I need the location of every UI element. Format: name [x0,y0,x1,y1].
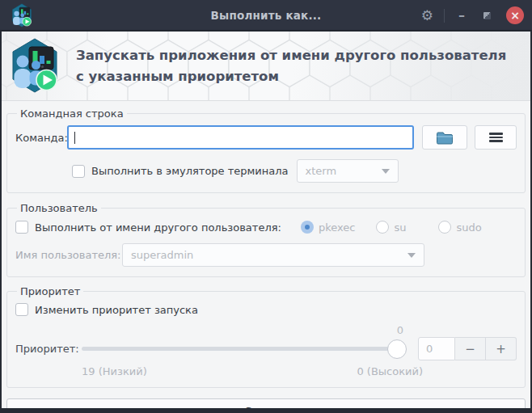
slider-handle[interactable] [387,339,407,359]
app-description-title: Запускать приложения от имени другого по… [76,32,530,100]
terminal-checkbox-label: Выполнить в эмуляторе терминала [91,165,289,177]
user-legend: Пользователь [17,202,101,214]
username-select[interactable]: superadmin [122,243,424,267]
run-button-label: Запустить [246,405,303,408]
minimize-button[interactable]: – [455,9,468,22]
auth-option-pkexec[interactable]: pkexec [301,221,356,234]
auth-option-su-label: su [394,221,406,234]
app-hexagon-icon-large [9,37,61,94]
spinbox-decrement-button[interactable]: − [455,337,486,360]
command-history-button[interactable] [475,125,517,150]
spinbox-value[interactable]: 0 [418,337,455,360]
priority-low-label: 19 (Низкий) [82,365,147,377]
auth-option-su[interactable]: su [376,221,406,234]
priority-slider[interactable]: 0 [82,338,405,360]
auth-option-sudo-label: sudo [456,221,481,234]
auth-option-pkexec-label: pkexec [319,221,356,234]
run-as-window: Выполнить как... ⚙ – × [0,0,532,413]
spinbox-increment-button[interactable]: + [486,337,517,360]
chevron-down-icon [407,253,416,258]
terminal-emulator-select[interactable]: xterm [297,159,399,183]
run-as-other-user-checkbox[interactable] [15,221,28,234]
titlebar[interactable]: Выполнить как... ⚙ – × [0,0,532,31]
radio-selected-icon [301,221,314,234]
priority-high-label: 0 (Высокий) [357,365,423,377]
settings-gear-icon[interactable]: ⚙ [421,9,433,23]
radio-unselected-icon [376,221,389,234]
priority-spinbox: 0 − + [418,337,517,360]
command-label: Команда: [15,132,67,144]
auth-option-sudo[interactable]: sudo [438,221,481,234]
folder-icon [436,130,454,145]
command-input[interactable] [69,127,412,148]
change-priority-label: Изменить приоритет запуска [35,304,198,316]
hamburger-menu-icon [489,133,503,142]
play-icon: ▶ [229,406,236,409]
slider-value-label: 0 [397,324,403,336]
change-priority-checkbox[interactable] [15,303,28,316]
priority-legend: Приоритет [17,285,83,297]
user-group: Пользователь Выполнить от имени другого … [6,202,526,277]
browse-file-button[interactable] [422,125,467,150]
priority-label: Приоритет: [15,343,82,355]
run-as-other-user-label: Выполнить от имени другого пользователя: [35,221,281,234]
close-button[interactable]: × [506,6,524,24]
terminal-emulator-value: xterm [306,165,337,177]
header-banner: Запускать приложения от имени другого по… [2,32,530,101]
app-hexagon-icon [11,3,33,27]
slider-track[interactable] [82,347,405,351]
command-line-legend: Командная строка [17,107,127,120]
username-label: Имя пользователя: [15,249,122,261]
window-title: Выполнить как... [211,9,322,22]
restore-button[interactable] [483,12,491,19]
text-caret [74,132,75,144]
chevron-down-icon [382,169,390,174]
radio-unselected-icon [438,221,451,234]
run-button[interactable]: ▶ Запустить [6,398,526,408]
window-content: Запускать приложения от имени другого по… [2,32,530,408]
username-value: superadmin [131,249,193,261]
priority-group: Приоритет Изменить приоритет запуска При… [6,285,526,388]
terminal-checkbox[interactable] [72,165,85,178]
command-line-group: Командная строка Команда: [6,107,526,193]
titlebar-separator [444,9,445,23]
command-input-wrap [67,125,414,150]
